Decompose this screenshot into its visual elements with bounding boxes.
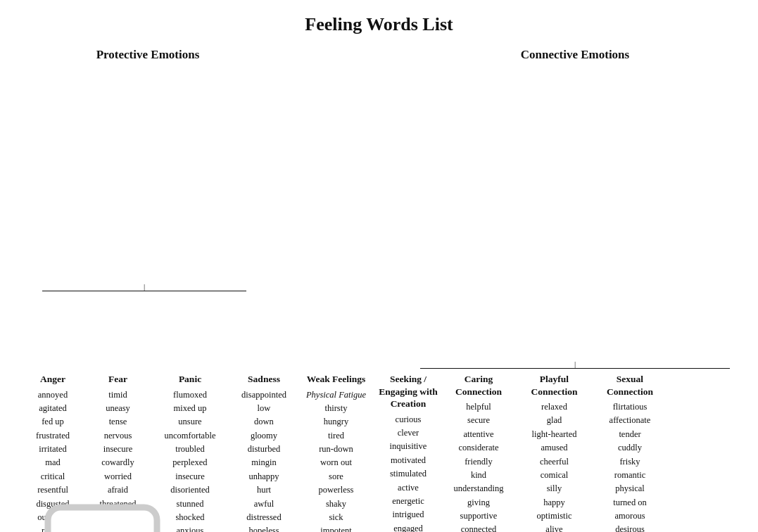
col-weak-words: thirsty hungry tired run-down worn out s… xyxy=(312,402,360,532)
col-playful-header: Playful Connection xyxy=(531,373,577,398)
col-sadness: Sadness disappointed low down gloomy dis… xyxy=(229,373,299,532)
col-playful-words: relaxed glad light-hearted amused cheerf… xyxy=(532,400,577,532)
col-caring-header: Caring Connection xyxy=(455,373,502,398)
page-title: Feeling Words List xyxy=(21,14,737,35)
col-anger-header: Anger xyxy=(40,373,65,386)
col-seeking: Seeking / Engaging with Creation curious… xyxy=(373,373,443,532)
col-sadness-header: Sadness xyxy=(248,373,280,386)
col-caring-words: helpful secure attentive considerate fri… xyxy=(454,400,504,532)
col-panic: Panic flumoxed mixed up unsure uncomfort… xyxy=(151,373,229,532)
col-panic-header: Panic xyxy=(179,373,201,386)
col-seeking-words: curious clever inquisitive motivated sti… xyxy=(386,413,429,532)
col-caring: Caring Connection helpful secure attenti… xyxy=(443,373,514,532)
col-weak-header: Weak Feelings xyxy=(307,373,366,386)
connective-label: Connective Emotions xyxy=(521,48,629,357)
col-sexual: Sexual Connection flirtatious affectiona… xyxy=(595,373,665,532)
col-anger-words: annoyed agitated fed up frustrated irrit… xyxy=(36,388,70,532)
col-seeking-header: Seeking / Engaging with Creation xyxy=(379,373,438,410)
col-anger: Anger annoyed agitated fed up frustrated… xyxy=(21,373,84,532)
col-fear: Fear timid uneasy tense nervous insecure… xyxy=(84,373,151,532)
col-weak-subheader-top: Physical Fatigue xyxy=(306,388,366,402)
col-panic-words: flumoxed mixed up unsure uncomfortable t… xyxy=(165,388,216,532)
col-playful: Playful Connection relaxed glad light-he… xyxy=(514,373,595,532)
col-fear-header: Fear xyxy=(108,373,127,386)
col-sexual-words: flirtatious affectionate tender cuddly f… xyxy=(609,400,651,532)
protective-label: Protective Emotions xyxy=(96,48,200,280)
col-sadness-words: disappointed low down gloomy disturbed m… xyxy=(241,388,286,532)
col-fear-words: timid uneasy tense nervous insecure cowa… xyxy=(96,388,140,532)
col-sexual-header: Sexual Connection xyxy=(607,373,653,398)
col-weak: Weak Feelings Physical Fatigue thirsty h… xyxy=(299,373,373,532)
